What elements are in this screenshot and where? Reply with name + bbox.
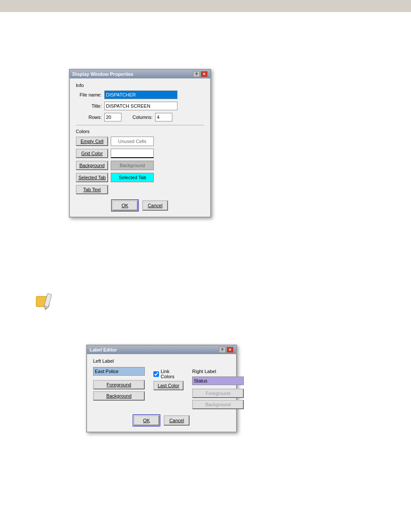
- rows-label: Rows:: [76, 115, 102, 120]
- empty-cell-button[interactable]: Empty Cell: [76, 137, 108, 146]
- selected-tab-row: Selected Tab Selected Tab: [76, 173, 204, 182]
- filename-row: File name:: [76, 90, 204, 99]
- link-colors-row: Link Colors: [153, 369, 184, 379]
- left-color-buttons: Foreground Background: [93, 380, 145, 401]
- background-swatch: Background: [111, 161, 154, 170]
- dialog1-body: Info File name: Title: Rows: Columns: Co…: [70, 78, 210, 217]
- label-editor-dialog: Label Editor ? ✕ Left Label Foreground B…: [86, 345, 237, 432]
- title-label: Title:: [76, 103, 102, 109]
- grid-color-button[interactable]: Grid Color: [76, 149, 108, 158]
- background-button[interactable]: Background: [76, 161, 108, 170]
- right-label-col: Right Label Foreground Background: [192, 369, 244, 409]
- left-label-title: Left Label: [93, 358, 145, 364]
- dialog2-close-button[interactable]: ✕: [227, 347, 234, 353]
- display-window-properties-dialog: Display Window Properties ? ✕ Info File …: [69, 69, 211, 218]
- empty-cell-row: Empty Cell Unused Cells: [76, 137, 204, 146]
- dialog2-cancel-button[interactable]: Cancel: [164, 415, 190, 426]
- info-section-label: Info: [76, 83, 204, 88]
- filename-label: File name:: [76, 92, 102, 97]
- columns-label: Columns:: [128, 115, 153, 120]
- top-bar: [0, 0, 411, 12]
- dialog2-titlebar: Label Editor ? ✕: [87, 345, 236, 354]
- dialog1-help-button[interactable]: ?: [193, 71, 200, 77]
- dialog2-buttons: OK Cancel: [93, 415, 230, 426]
- titlebar-buttons: ? ✕: [193, 71, 208, 77]
- left-label-col: Left Label Foreground Background: [93, 358, 145, 409]
- dialog2-ok-button[interactable]: OK: [134, 415, 159, 426]
- dialog2-help-button[interactable]: ?: [219, 347, 226, 353]
- grid-color-row: Grid Color: [76, 149, 204, 158]
- dialog1-cancel-button[interactable]: Cancel: [142, 200, 168, 211]
- tab-text-button[interactable]: Tab Text: [76, 185, 108, 194]
- dialog1-buttons: OK Cancel: [76, 200, 204, 211]
- columns-input[interactable]: [155, 113, 172, 121]
- last-color-button[interactable]: Last Color: [153, 381, 184, 390]
- background-row: Background Background: [76, 161, 204, 170]
- dialog1-ok-button[interactable]: OK: [112, 200, 138, 211]
- link-colors-checkbox[interactable]: [153, 371, 159, 377]
- right-label-title: Right Label: [192, 369, 244, 374]
- pencil-tag-icon: [35, 293, 53, 310]
- dialog1-close-button[interactable]: ✕: [201, 71, 208, 77]
- right-color-buttons: Foreground Background: [192, 389, 244, 409]
- rows-input[interactable]: [104, 113, 121, 121]
- filename-input[interactable]: [104, 90, 177, 99]
- dialog1-title: Display Window Properties: [72, 72, 134, 77]
- dialog2-body: Left Label Foreground Background Link Co…: [87, 354, 236, 432]
- link-colors-label: Link Colors: [161, 369, 184, 379]
- title-row: Title:: [76, 102, 204, 110]
- right-label-input[interactable]: [192, 376, 244, 385]
- grid-color-swatch: [111, 149, 154, 158]
- left-foreground-button[interactable]: Foreground: [93, 380, 145, 389]
- title-input[interactable]: [104, 102, 177, 110]
- middle-col: Link Colors Last Color: [153, 369, 184, 409]
- right-foreground-button[interactable]: Foreground: [192, 389, 244, 398]
- label-editor-two-col: Left Label Foreground Background Link Co…: [93, 358, 230, 409]
- section-separator: [76, 125, 204, 125]
- dialog2-titlebar-buttons: ? ✕: [219, 347, 234, 353]
- selected-tab-button[interactable]: Selected Tab: [76, 173, 108, 182]
- selected-tab-swatch: Selected Tab: [111, 173, 154, 182]
- dialog1-titlebar: Display Window Properties ? ✕: [70, 70, 210, 78]
- rows-columns-row: Rows: Columns:: [76, 113, 204, 121]
- left-background-button[interactable]: Background: [93, 391, 145, 401]
- dialog2-title: Label Editor: [90, 347, 117, 352]
- left-label-input[interactable]: [93, 367, 145, 376]
- colors-section-label: Colors: [76, 129, 204, 134]
- tab-text-row: Tab Text: [76, 185, 204, 194]
- right-background-button[interactable]: Background: [192, 400, 244, 409]
- empty-cell-swatch: Unused Cells: [111, 137, 154, 146]
